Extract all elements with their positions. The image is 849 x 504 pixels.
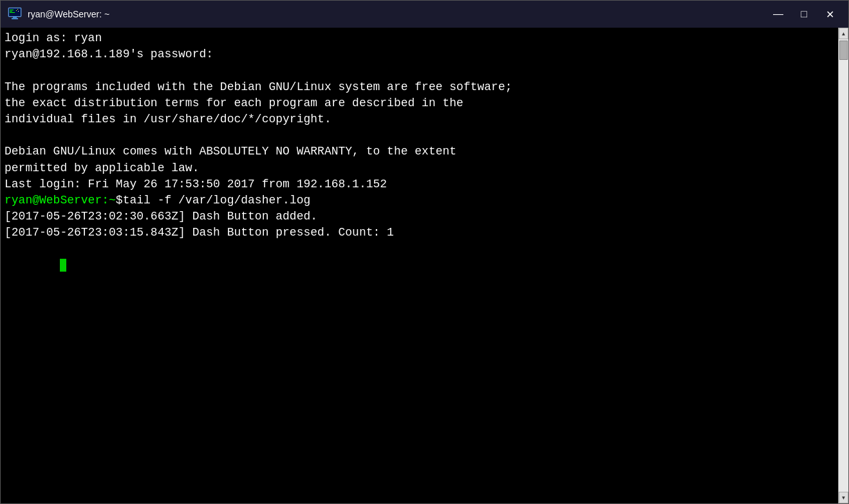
close-button[interactable]: ✕ bbox=[817, 5, 842, 24]
svg-rect-6 bbox=[12, 18, 18, 19]
motd-line1: The programs included with the Debian GN… bbox=[5, 79, 834, 95]
log-line2: [2017-05-26T23:03:15.843Z] Dash Button p… bbox=[5, 225, 834, 241]
scroll-thumb[interactable] bbox=[839, 41, 848, 60]
login-line: login as: ryan bbox=[5, 30, 834, 46]
svg-rect-9 bbox=[18, 11, 19, 12]
scroll-down-button[interactable]: ▼ bbox=[839, 492, 848, 503]
scroll-up-button[interactable]: ▲ bbox=[839, 28, 848, 39]
terminal-output[interactable]: login as: ryan ryan@192.168.1.189's pass… bbox=[1, 28, 838, 503]
scrollbar[interactable]: ▲ ▼ bbox=[838, 28, 848, 503]
motd-line2: the exact distribution terms for each pr… bbox=[5, 95, 834, 111]
minimize-button[interactable]: — bbox=[766, 5, 790, 24]
cursor-line bbox=[5, 241, 834, 290]
warranty-line2: permitted by applicable law. bbox=[5, 160, 834, 176]
title-bar: ryan@WebServer: ~ — □ ✕ bbox=[1, 1, 848, 28]
prompt-command: tail -f /var/log/dasher.log bbox=[123, 192, 311, 209]
terminal-icon bbox=[7, 6, 23, 22]
password-line: ryan@192.168.1.189's password: bbox=[5, 46, 834, 62]
svg-rect-3 bbox=[10, 11, 12, 12]
last-login: Last login: Fri May 26 17:53:50 2017 fro… bbox=[5, 176, 834, 192]
terminal-window: ryan@WebServer: ~ — □ ✕ login as: ryan r… bbox=[0, 0, 849, 504]
terminal-container[interactable]: login as: ryan ryan@192.168.1.189's pass… bbox=[1, 28, 848, 503]
log-line1: [2017-05-26T23:02:30.663Z] Dash Button a… bbox=[5, 209, 834, 225]
svg-rect-5 bbox=[13, 17, 17, 18]
prompt-line: ryan@WebServer:~ $ tail -f /var/log/dash… bbox=[5, 192, 834, 209]
terminal-cursor bbox=[60, 259, 66, 272]
svg-rect-4 bbox=[10, 12, 15, 13]
svg-rect-7 bbox=[17, 9, 18, 10]
svg-rect-2 bbox=[10, 10, 14, 10]
prompt-dollar: $ bbox=[116, 192, 123, 209]
window-title: ryan@WebServer: ~ bbox=[28, 9, 766, 19]
prompt-user: ryan@WebServer:~ bbox=[5, 192, 116, 209]
motd-line3: individual files in /usr/share/doc/*/cop… bbox=[5, 111, 834, 127]
warranty-line1: Debian GNU/Linux comes with ABSOLUTELY N… bbox=[5, 144, 834, 160]
scroll-track[interactable] bbox=[839, 39, 848, 492]
maximize-button[interactable]: □ bbox=[792, 5, 816, 24]
svg-rect-8 bbox=[16, 10, 17, 11]
window-controls: — □ ✕ bbox=[766, 5, 842, 24]
